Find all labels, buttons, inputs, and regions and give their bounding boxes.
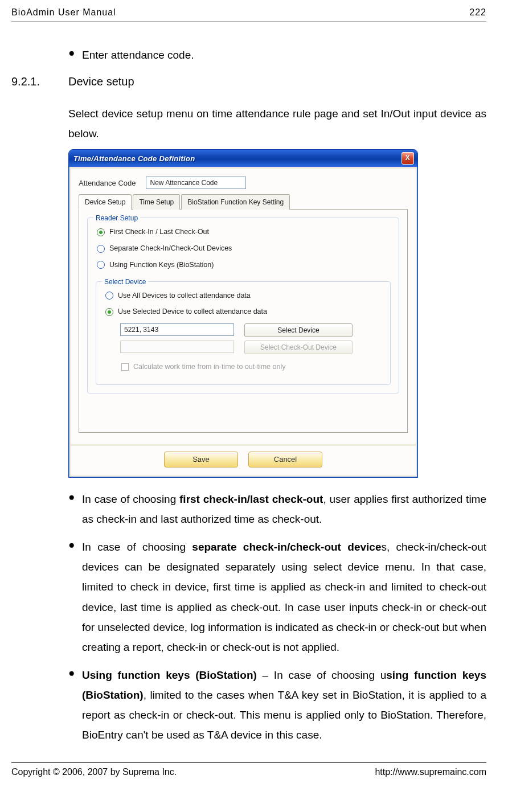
dialog-title: Time/Attendance Code Definition [73,153,195,165]
select-device-title: Select Device [102,277,148,287]
dialog-window: Time/Attendance Code Definition X Attend… [68,149,418,478]
radio-use-selected-device[interactable]: Use Selected Device to collect attendanc… [104,304,382,320]
radio-label: Separate Check-In/Check-Out Devices [109,243,232,254]
calc-worktime-checkbox-row: Calculate work time from in-time to out-… [120,359,382,375]
select-checkout-device-button: Select Check-Out Device [244,341,353,354]
bullet-icon: ● [68,537,76,657]
radio-icon [105,292,113,300]
radio-label: Use Selected Device to collect attendanc… [118,306,267,317]
radio-label: Use All Devices to collect attendance da… [118,290,251,301]
checkbox-icon [121,363,129,371]
tab-biostation-keys[interactable]: BioStation Function Key Setting [181,194,290,210]
reader-setup-title: Reader Setup [93,213,140,223]
bullet-function-keys: ● Using function keys (BioStation) – In … [68,665,486,745]
page-number: 222 [469,6,486,19]
select-device-group: Select Device Use All Devices to collect… [96,281,391,385]
radio-icon [105,308,113,316]
page-header: BioAdmin User Manual 222 [11,6,486,22]
radio-first-last[interactable]: First Check-In / Last Check-Out [96,224,391,240]
bullet-enter-code: ● Enter attendance code. [68,45,486,65]
radio-function-keys[interactable]: Using Function Keys (BioStation) [96,257,391,273]
bullet-separate-devices: ● In case of choosing separate check-in/… [68,537,486,657]
bullet-icon: ● [68,489,76,529]
tab-device-setup[interactable]: Device Setup [79,194,132,210]
manual-title: BioAdmin User Manual [11,6,116,19]
radio-separate-devices[interactable]: Separate Check-In/Check-Out Devices [96,240,391,257]
attendance-code-label: Attendance Code [79,178,136,189]
checkout-devices-input [120,341,234,353]
reader-setup-group: Reader Setup First Check-In / Last Check… [87,218,399,393]
copyright-text: Copyright © 2006, 2007 by Suprema Inc. [11,765,177,779]
section-heading: 9.2.1. Device setup [11,73,486,90]
checkbox-label: Calculate work time from in-time to out-… [133,362,285,372]
radio-use-all-devices[interactable]: Use All Devices to collect attendance da… [104,288,382,304]
bullet-text: In case of choosing separate check-in/ch… [82,537,486,657]
bullet-text: Using function keys (BioStation) – In ca… [82,665,486,745]
bullet-icon: ● [68,45,76,65]
attendance-code-input[interactable] [146,177,246,189]
radio-icon [97,245,105,253]
radio-label: First Check-In / Last Check-Out [109,227,209,237]
cancel-button[interactable]: Cancel [248,452,322,467]
tab-time-setup[interactable]: Time Setup [133,194,180,210]
save-button[interactable]: Save [164,452,238,467]
bullet-text: In case of choosing first check-in/last … [82,489,486,529]
bullet-icon: ● [68,665,76,745]
radio-label: Using Function Keys (BioStation) [109,260,214,270]
footer-url: http://www.supremainc.com [375,765,486,779]
tabs: Device Setup Time Setup BioStation Funct… [79,194,408,210]
intro-paragraph: Select device setup menu on time attenda… [68,104,486,143]
bullet-first-last: ● In case of choosing first check-in/las… [68,489,486,529]
selected-devices-input[interactable] [120,323,234,336]
close-icon: X [405,154,410,162]
page-footer: Copyright © 2006, 2007 by Suprema Inc. h… [11,762,486,779]
radio-icon [97,228,105,236]
section-number: 9.2.1. [11,73,68,90]
radio-icon [97,261,105,269]
select-device-button[interactable]: Select Device [244,323,353,337]
dialog-titlebar[interactable]: Time/Attendance Code Definition X [69,150,417,167]
section-title-text: Device setup [68,73,134,90]
close-button[interactable]: X [402,152,414,165]
bullet-text: Enter attendance code. [82,45,486,65]
